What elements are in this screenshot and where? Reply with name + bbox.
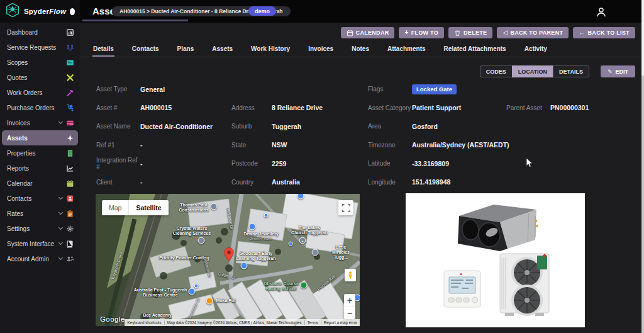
map-poi-marker[interactable] bbox=[194, 284, 199, 288]
field-label: Asset Type bbox=[96, 86, 140, 93]
field-label: Asset Name bbox=[96, 123, 140, 130]
map-place-label[interactable]: Goodstart Early Learning Tuggerah bbox=[236, 251, 276, 261]
map-place-label[interactable]: Australia Post - Tuggerah Business Centr… bbox=[134, 288, 187, 298]
field-value: Australia/Sydney (AEST/AEDT) bbox=[412, 141, 509, 149]
map-poi-marker[interactable] bbox=[289, 242, 293, 246]
report-map-error-link[interactable]: Report a map error bbox=[321, 320, 360, 325]
pegman-icon[interactable] bbox=[345, 269, 356, 281]
sidebar-item-invoices[interactable]: Invoices bbox=[0, 115, 80, 130]
users-icon bbox=[66, 255, 74, 263]
map-type-satellite-button[interactable]: Satellite bbox=[128, 200, 168, 215]
back-to-list-button[interactable]: ←BACK TO LIST bbox=[573, 27, 635, 38]
sidebar-item-reports[interactable]: Reports bbox=[0, 161, 80, 176]
sidebar-nav: DashboardService RequestsScopesQuotesWor… bbox=[0, 25, 80, 266]
field-value: Tuggerah bbox=[272, 123, 301, 130]
sidebar-item-calendar[interactable]: Calendar bbox=[0, 176, 80, 191]
map-poi-marker[interactable] bbox=[249, 223, 256, 230]
map-poi-marker[interactable] bbox=[198, 237, 205, 244]
map-place-label[interactable]: Obstacle Course Racing School bbox=[264, 281, 299, 291]
tab-contacts[interactable]: Contacts bbox=[131, 44, 160, 57]
view-segments: CODESLOCATIONDETAILS bbox=[480, 65, 589, 77]
map-poi-marker[interactable] bbox=[241, 262, 248, 269]
map-place-label[interactable]: Priority Powder Coating bbox=[159, 256, 209, 261]
field-state: StateNSW bbox=[231, 136, 323, 155]
map-place-label[interactable]: Crystal Waters Cleaning Services bbox=[173, 226, 211, 236]
map-pin[interactable] bbox=[223, 247, 235, 264]
keyboard-shortcuts-link[interactable]: Keyboard shortcuts bbox=[125, 320, 164, 325]
tab-related-attachments[interactable]: Related Attachments bbox=[443, 44, 507, 57]
map-place-label[interactable]: Little Miracles Tugg... bbox=[331, 245, 350, 260]
tab-attachments[interactable]: Attachments bbox=[387, 44, 426, 57]
segment-location[interactable]: LOCATION bbox=[512, 65, 553, 77]
calendar-icon bbox=[66, 179, 74, 188]
segment-codes[interactable]: CODES bbox=[480, 65, 512, 77]
map-poi-marker[interactable] bbox=[211, 203, 218, 210]
field-label: Asset Category bbox=[368, 104, 412, 111]
sidebar-item-system-interface[interactable]: System Interface bbox=[0, 236, 80, 251]
sidebar-item-purchase-orders[interactable]: Purchase Orders bbox=[0, 100, 80, 115]
map-place-label[interactable]: Thomas Paul Constructions bbox=[179, 203, 208, 213]
sidebar-item-scopes[interactable]: Scopes bbox=[0, 55, 80, 70]
map-poi-marker[interactable] bbox=[189, 288, 196, 295]
sidebar-item-label: Purchase Orders bbox=[7, 104, 66, 111]
field-value: 2259 bbox=[272, 160, 286, 167]
tab-details[interactable]: Details bbox=[92, 44, 114, 57]
field-label: Area bbox=[368, 123, 412, 130]
sidebar-item-dashboard[interactable]: Dashboard bbox=[0, 25, 80, 40]
spider-logo-icon bbox=[5, 3, 20, 20]
tab-invoices[interactable]: Invoices bbox=[308, 44, 334, 57]
tab-plans[interactable]: Plans bbox=[177, 44, 195, 57]
sidebar-item-account-admin[interactable]: Account Admin bbox=[0, 251, 80, 266]
map-place-label[interactable]: Moka Pot bbox=[216, 298, 235, 303]
map-poi-marker[interactable] bbox=[312, 249, 319, 256]
field-label: Parent Asset bbox=[506, 104, 550, 111]
tab-activity[interactable]: Activity bbox=[524, 44, 548, 57]
map-widget[interactable]: Map Satellite + − Google Keyboard shortc… bbox=[96, 194, 360, 326]
map-place-label[interactable]: The Lakes Church Tuggerah bbox=[291, 225, 328, 235]
map-place-label[interactable]: Bee Academy bbox=[143, 313, 172, 318]
field-label: State bbox=[231, 142, 272, 149]
tab-bar: DetailsContactsPlansAssetsWork HistoryIn… bbox=[80, 44, 644, 57]
sidebar: SpyderFlow DashboardService RequestsScop… bbox=[0, 0, 80, 333]
flow-to-button[interactable]: +FLOW TO bbox=[399, 27, 444, 38]
pencil-icon: ✎ bbox=[608, 69, 613, 75]
sidebar-item-rates[interactable]: Rates bbox=[0, 206, 80, 221]
tab-assets[interactable]: Assets bbox=[211, 44, 233, 57]
map-poi-marker[interactable] bbox=[206, 298, 213, 305]
zoom-in-button[interactable]: + bbox=[344, 294, 355, 307]
terms-link[interactable]: Terms bbox=[304, 320, 321, 325]
map-type-map-button[interactable]: Map bbox=[102, 200, 128, 215]
map-place-label[interactable]: Dewaa JewelleryJewelry store bbox=[243, 232, 279, 241]
tab-notes[interactable]: Notes bbox=[351, 44, 370, 57]
zoom-out-button[interactable]: − bbox=[344, 307, 355, 319]
sidebar-item-work-orders[interactable]: Work Orders bbox=[0, 85, 80, 100]
fullscreen-icon[interactable] bbox=[338, 200, 353, 215]
field-value: Ducted Air-Conditioner bbox=[140, 123, 213, 130]
sidebar-item-contacts[interactable]: Contacts bbox=[0, 191, 80, 206]
user-account-icon[interactable] bbox=[594, 5, 608, 19]
edit-button[interactable]: ✎EDIT bbox=[601, 65, 635, 77]
chevron-down-icon bbox=[58, 225, 63, 230]
map-poi-marker[interactable] bbox=[264, 213, 269, 218]
sidebar-item-label: Quotes bbox=[7, 74, 66, 81]
calendar-button[interactable]: CALENDAR bbox=[341, 27, 395, 38]
sidebar-item-label: Assets bbox=[7, 135, 66, 142]
scrollbar-thumb[interactable] bbox=[641, 0, 644, 76]
delete-button[interactable]: DELETE bbox=[448, 27, 492, 38]
map-poi-marker[interactable] bbox=[301, 282, 308, 289]
sidebar-item-settings[interactable]: Settings bbox=[0, 221, 80, 236]
field-integration-ref: Integration Ref #- bbox=[96, 154, 213, 173]
sidebar-toggle[interactable] bbox=[70, 8, 75, 15]
field-spacer bbox=[506, 80, 589, 99]
tab-work-history[interactable]: Work History bbox=[250, 44, 291, 57]
sidebar-item-properties[interactable]: Properties bbox=[0, 145, 80, 161]
sidebar-item-label: Scopes bbox=[7, 59, 66, 66]
google-logo[interactable]: Google bbox=[100, 315, 125, 323]
sidebar-item-quotes[interactable]: Quotes bbox=[0, 70, 80, 85]
sidebar-item-assets[interactable]: Assets bbox=[2, 130, 78, 145]
map-poi-marker[interactable]: + bbox=[299, 237, 306, 244]
segment-details[interactable]: DETAILS bbox=[553, 65, 589, 77]
scrollbar[interactable] bbox=[641, 0, 644, 333]
sidebar-item-service-requests[interactable]: Service Requests bbox=[0, 40, 80, 55]
back-to-parent-button[interactable]: ◁BACK TO PARENT bbox=[497, 27, 569, 38]
